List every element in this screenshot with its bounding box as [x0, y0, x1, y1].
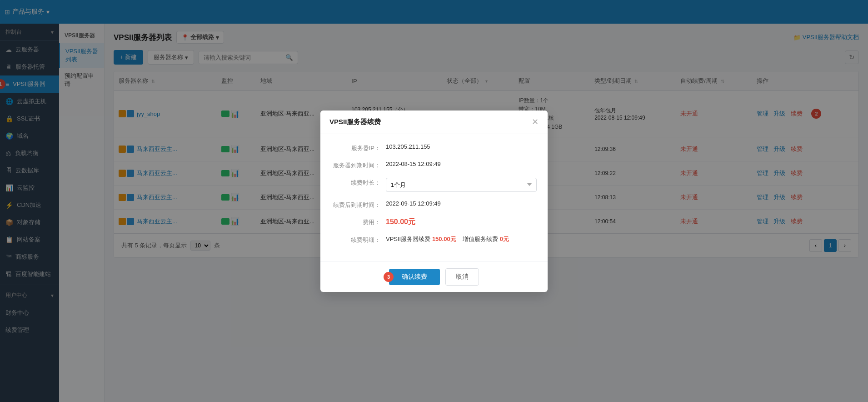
modal-row-detail: 续费明细： VPSII服务器续费 150.00元 增值服务续费 0元: [331, 235, 537, 244]
modal-label-fee: 费用：: [331, 217, 386, 226]
modal-label-duration: 续费时长：: [331, 178, 386, 187]
duration-select[interactable]: 1个月 2个月 3个月 6个月 12个月: [386, 178, 537, 192]
modal-row-expire: 服务器到期时间： 2022-08-15 12:09:49: [331, 161, 537, 170]
modal-row-ip: 服务器IP： 103.205.211.155: [331, 143, 537, 152]
renewal-modal: VPSII服务器续费 ✕ 服务器IP： 103.205.211.155 服务器到…: [320, 111, 548, 292]
modal-title: VPSII服务器续费: [329, 118, 381, 126]
modal-row-fee: 费用： 150.00元: [331, 217, 537, 227]
modal-label-detail: 续费明细：: [331, 235, 386, 244]
modal-value-expire: 2022-08-15 12:09:49: [386, 161, 537, 167]
modal-value-duration: 1个月 2个月 3个月 6个月 12个月: [386, 178, 537, 192]
modal-value-new-expire: 2022-09-15 12:09:49: [386, 200, 537, 207]
modal-footer: 3 确认续费 取消: [320, 261, 548, 292]
cancel-button[interactable]: 取消: [445, 268, 479, 286]
modal-value-fee: 150.00元: [386, 217, 537, 227]
annotation-3: 3: [384, 272, 394, 282]
modal-row-duration: 续费时长： 1个月 2个月 3个月 6个月 12个月: [331, 178, 537, 192]
confirm-renew-button[interactable]: 确认续费: [389, 269, 440, 285]
modal-value-detail: VPSII服务器续费 150.00元 增值服务续费 0元: [386, 235, 537, 243]
modal-overlay[interactable]: VPSII服务器续费 ✕ 服务器IP： 103.205.211.155 服务器到…: [0, 0, 868, 402]
modal-label-new-expire: 续费后到期时间：: [331, 200, 386, 209]
modal-label-ip: 服务器IP：: [331, 143, 386, 152]
modal-label-expire: 服务器到期时间：: [331, 161, 386, 170]
modal-body: 服务器IP： 103.205.211.155 服务器到期时间： 2022-08-…: [320, 134, 548, 261]
modal-close-button[interactable]: ✕: [532, 118, 539, 126]
modal-row-new-expire: 续费后到期时间： 2022-09-15 12:09:49: [331, 200, 537, 209]
modal-value-ip: 103.205.211.155: [386, 143, 537, 150]
modal-header: VPSII服务器续费 ✕: [320, 111, 548, 134]
